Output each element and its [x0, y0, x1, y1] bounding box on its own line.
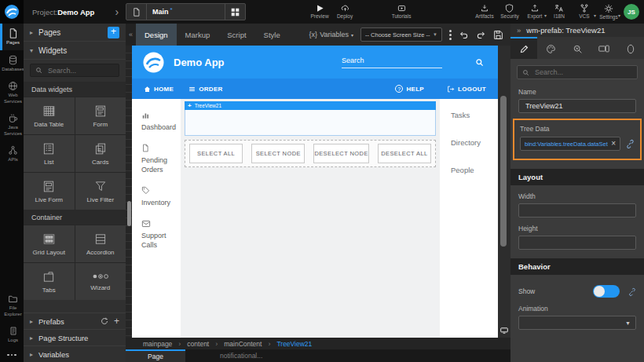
- deselect-all-button[interactable]: DESELECT ALL: [378, 144, 431, 163]
- bind-link-icon[interactable]: [625, 139, 635, 148]
- widget-data-table[interactable]: Data Table: [24, 97, 75, 134]
- widget-wizard[interactable]: Wizard: [75, 263, 126, 300]
- tab-events[interactable]: [564, 37, 591, 59]
- tab-properties[interactable]: [510, 37, 537, 59]
- expand-panel-icon[interactable]: »: [517, 26, 521, 35]
- redo-icon[interactable]: [476, 30, 486, 39]
- widget-live-filter[interactable]: Live Filter: [75, 173, 126, 210]
- save-icon[interactable]: [493, 30, 503, 40]
- layout-section-header[interactable]: Layout: [510, 169, 644, 185]
- preview-button[interactable]: Preview: [307, 0, 332, 24]
- widget-search-input[interactable]: [46, 66, 114, 75]
- tab-style[interactable]: Style: [255, 24, 289, 46]
- clear-bind-icon[interactable]: ×: [611, 140, 616, 148]
- app-search-field[interactable]: Search: [342, 57, 442, 68]
- breadcrumb-item[interactable]: content: [187, 340, 209, 348]
- widget-form[interactable]: Form: [75, 97, 126, 134]
- tree-data-field[interactable]: bind:Variables.treeData.dataSet ×: [520, 137, 620, 151]
- widget-live-form[interactable]: Live Form: [24, 173, 75, 210]
- ruler-scrollbar-thumb[interactable]: [127, 201, 131, 226]
- search-icon[interactable]: [475, 58, 484, 67]
- sidebar-section-page-structure[interactable]: ▸ Page Structure: [24, 329, 126, 346]
- name-input[interactable]: [524, 101, 631, 111]
- sidebar-section-pages[interactable]: ▸ Pages +: [24, 24, 126, 42]
- i18n-button[interactable]: I18N: [547, 0, 572, 24]
- security-button[interactable]: Security: [497, 0, 522, 24]
- deploy-button[interactable]: Deploy: [332, 0, 357, 24]
- add-page-button[interactable]: +: [108, 27, 119, 38]
- properties-search-box[interactable]: [517, 65, 638, 79]
- widget-list[interactable]: List: [24, 135, 75, 172]
- rail-more-icon[interactable]: [0, 348, 24, 362]
- widget-accordion[interactable]: Accordion: [75, 225, 126, 262]
- breadcrumb-item[interactable]: mainContent: [224, 340, 262, 348]
- button-row-container[interactable]: SELECT ALL SELECT NODE DESELECT NODE DES…: [185, 140, 436, 167]
- link-tasks[interactable]: Tasks: [451, 111, 498, 119]
- select-all-button[interactable]: SELECT ALL: [189, 144, 243, 163]
- tab-script[interactable]: Script: [218, 24, 254, 46]
- widget-grid-layout[interactable]: Grid Layout: [24, 225, 75, 262]
- rail-item-file-explorer[interactable]: File Explorer: [0, 289, 24, 321]
- widget-cards[interactable]: Cards: [75, 135, 126, 172]
- widget-tabs[interactable]: Tabs: [24, 263, 75, 300]
- more-options-icon[interactable]: [449, 34, 452, 36]
- rail-item-apis[interactable]: APIs: [0, 141, 24, 167]
- canvas-scrollbar-thumb[interactable]: [500, 96, 507, 247]
- collapse-sidebar-icon[interactable]: «: [126, 24, 136, 46]
- page-tab[interactable]: Page: [126, 349, 185, 362]
- treeview-selection-label[interactable]: + TreeView21: [185, 101, 436, 110]
- rail-item-logs[interactable]: Logs: [0, 321, 24, 348]
- tab-styles[interactable]: [537, 37, 564, 59]
- artifacts-button[interactable]: Artifacts: [472, 0, 497, 24]
- nav-logout[interactable]: LOGOUT: [447, 86, 486, 93]
- height-input[interactable]: [524, 238, 631, 247]
- rail-item-web-services[interactable]: Web Services: [0, 76, 24, 108]
- undo-icon[interactable]: [459, 30, 469, 39]
- width-field[interactable]: [518, 203, 636, 218]
- width-input[interactable]: [524, 206, 631, 215]
- tutorials-button[interactable]: Tutorials: [389, 0, 414, 24]
- select-node-button[interactable]: SELECT NODE: [251, 144, 305, 163]
- sidebar-section-prefabs[interactable]: ▸ Prefabs +: [24, 313, 126, 329]
- animation-select[interactable]: ▼: [518, 316, 636, 330]
- sidebar-section-widgets[interactable]: ▾ Widgets: [24, 42, 126, 60]
- rail-item-java-services[interactable]: Java Services: [0, 108, 24, 141]
- link-directory[interactable]: Directory: [451, 138, 498, 147]
- show-bind-link-icon[interactable]: [628, 287, 636, 296]
- widget-search-box[interactable]: [30, 64, 119, 77]
- sidebar-section-variables[interactable]: ▸ Variables: [24, 346, 126, 362]
- rail-item-pages[interactable]: Pages: [0, 24, 24, 50]
- nav-order[interactable]: ORDER: [188, 86, 222, 93]
- properties-search-input[interactable]: [533, 68, 632, 77]
- active-page[interactable]: Main *: [146, 4, 225, 20]
- breadcrumb-item-current[interactable]: TreeView21: [276, 340, 312, 348]
- tab-device[interactable]: [591, 37, 617, 59]
- deselect-node-button[interactable]: DESELECT NODE: [313, 144, 368, 163]
- menu-dashboard[interactable]: Dashboard: [141, 112, 181, 132]
- treeview-widget[interactable]: [185, 110, 436, 136]
- page-selector[interactable]: Main *: [126, 3, 246, 20]
- user-avatar[interactable]: JS: [624, 4, 639, 20]
- nav-help[interactable]: ? HELP: [395, 85, 424, 93]
- menu-support-calls[interactable]: Support Calls: [141, 220, 181, 250]
- screen-size-select[interactable]: -- Choose Screen Size -- ▼: [360, 27, 442, 42]
- rail-item-databases[interactable]: Databases: [0, 50, 24, 77]
- tab-outline[interactable]: [617, 37, 644, 59]
- refresh-icon[interactable]: [101, 317, 108, 325]
- wavemaker-logo[interactable]: [0, 0, 24, 24]
- grid-menu-icon[interactable]: [225, 4, 245, 20]
- behavior-section-header[interactable]: Behavior: [510, 258, 644, 275]
- menu-inventory[interactable]: Inventory: [141, 186, 181, 207]
- height-field[interactable]: [518, 236, 636, 250]
- add-prefab-button[interactable]: +: [114, 316, 119, 327]
- canvas-fit-icon[interactable]: [500, 327, 508, 334]
- variables-dropdown[interactable]: {x} Variables ▾: [309, 31, 353, 38]
- menu-pending-orders[interactable]: Pending Orders: [141, 144, 181, 174]
- tab-markup[interactable]: Markup: [177, 24, 219, 46]
- tab-design[interactable]: Design: [136, 24, 177, 46]
- link-people[interactable]: People: [451, 166, 498, 174]
- show-toggle[interactable]: [593, 285, 620, 298]
- name-field[interactable]: [518, 99, 636, 113]
- breadcrumb-item[interactable]: mainpage: [143, 340, 172, 348]
- nav-home[interactable]: HOME: [144, 86, 174, 93]
